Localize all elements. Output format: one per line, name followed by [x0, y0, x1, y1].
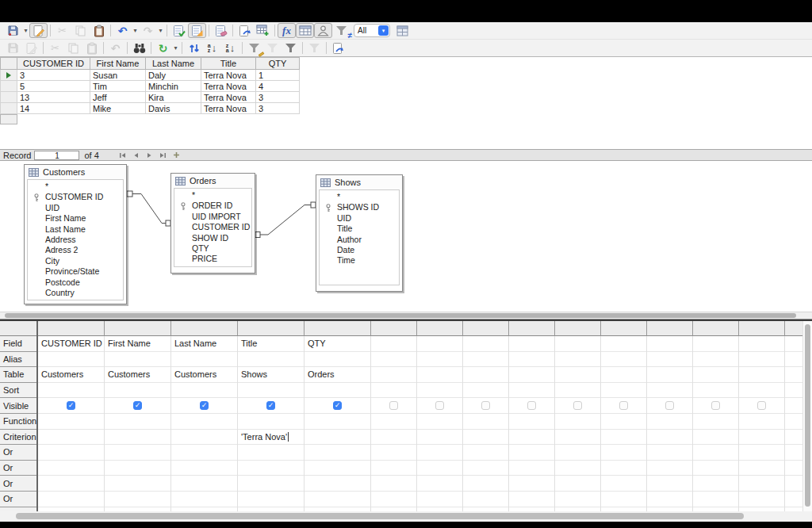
or-cell[interactable] [105, 492, 170, 507]
cell[interactable]: Susan [90, 70, 146, 81]
field-row-primary-key[interactable]: CUSTOMER ID [28, 192, 123, 202]
cell[interactable]: 13 [17, 92, 90, 103]
or-cell[interactable] [38, 461, 104, 476]
criterion-cell[interactable] [647, 430, 692, 446]
function-cell[interactable] [371, 414, 416, 430]
sort-cell[interactable] [463, 383, 508, 399]
table-card-header[interactable]: Customers [25, 165, 126, 179]
visible-cell[interactable] [785, 398, 802, 414]
criterion-cell[interactable] [105, 430, 170, 446]
limit-dropdown[interactable]: All ▾ [354, 24, 390, 37]
cell[interactable]: Kira [146, 92, 201, 103]
function-cell[interactable] [105, 414, 170, 430]
alias-cell[interactable] [463, 352, 508, 368]
cell[interactable]: 14 [17, 103, 90, 114]
or-cell[interactable] [38, 492, 104, 507]
field-row-primary-key[interactable]: SHOWS ID [320, 202, 399, 212]
or-cell[interactable] [509, 461, 554, 476]
table-cell[interactable] [555, 367, 600, 383]
cell[interactable]: 4 [256, 81, 300, 92]
row-header-current[interactable] [1, 70, 17, 81]
corner-cell[interactable] [1, 58, 17, 70]
sort-cell[interactable] [785, 383, 802, 399]
or-cell[interactable] [171, 476, 237, 492]
criterion-cell[interactable] [509, 430, 554, 446]
last-record-button[interactable] [158, 151, 168, 159]
alias-cell[interactable] [555, 352, 600, 368]
field-cell[interactable] [785, 336, 802, 352]
column-header[interactable] [647, 321, 693, 336]
criterion-cell[interactable] [171, 430, 237, 446]
field-cell[interactable] [693, 336, 738, 352]
table-cell[interactable]: Orders [304, 367, 370, 383]
or-cell[interactable] [601, 461, 646, 476]
alias-cell[interactable] [739, 352, 784, 368]
table-cell[interactable] [693, 367, 738, 383]
visible-checkbox[interactable]: ✓ [200, 401, 209, 410]
next-record-button[interactable] [144, 151, 155, 159]
or-cell[interactable] [509, 445, 554, 461]
field-cell[interactable] [463, 336, 508, 352]
or-cell[interactable] [601, 492, 646, 507]
or-cell[interactable] [371, 476, 416, 492]
or-cell[interactable] [693, 461, 738, 476]
or-cell[interactable] [105, 461, 170, 476]
field-row[interactable]: UID [320, 213, 399, 224]
or-cell[interactable] [601, 445, 646, 461]
visible-cell[interactable]: ✓ [171, 398, 237, 414]
field-row[interactable]: QTY [174, 243, 251, 254]
cell[interactable]: 1 [256, 70, 300, 81]
table-cell[interactable]: Customers [38, 367, 104, 383]
sql-view-button[interactable] [236, 23, 254, 38]
sort-cell[interactable] [238, 383, 304, 399]
table-row[interactable]: 14 Mike Davis Terra Nova 3 [1, 103, 300, 114]
table-cell[interactable]: Customers [171, 367, 237, 383]
row-header[interactable] [1, 81, 17, 92]
or-cell[interactable] [105, 476, 170, 492]
alias-cell[interactable] [693, 352, 738, 368]
field-row[interactable]: * [28, 182, 123, 192]
or-cell[interactable] [555, 445, 600, 461]
or-cell[interactable] [171, 492, 237, 507]
scrollbar-thumb[interactable] [805, 324, 810, 507]
refresh-button[interactable]: ↻ [154, 40, 172, 55]
visible-cell[interactable] [463, 398, 508, 414]
field-row[interactable]: * [320, 192, 399, 202]
or-cell[interactable] [555, 476, 600, 492]
alias-cell[interactable] [417, 352, 462, 368]
paste-button[interactable] [90, 23, 108, 38]
field-row[interactable]: First Name [28, 213, 123, 224]
undo-button[interactable]: ↶ [113, 23, 132, 38]
add-table-button[interactable] [254, 23, 272, 38]
sort-cell[interactable] [171, 383, 237, 399]
criterion-cell[interactable] [304, 430, 370, 446]
cell[interactable]: 3 [256, 92, 300, 103]
alias-cell[interactable] [371, 352, 416, 368]
column-header[interactable] [463, 321, 509, 336]
alias-button[interactable] [314, 23, 332, 38]
table-card-header[interactable]: Shows [316, 175, 402, 189]
field-row[interactable]: Time [320, 255, 399, 266]
column-header[interactable] [693, 321, 739, 336]
table-card-orders[interactable]: Orders * ORDER ID UID IMPORT CUSTOMER ID… [170, 173, 255, 274]
cell[interactable]: Terra Nova [201, 70, 256, 81]
table-cell[interactable] [417, 367, 462, 383]
or-cell[interactable] [238, 476, 304, 492]
visible-cell[interactable] [509, 398, 554, 414]
or-cell[interactable] [463, 445, 508, 461]
or-cell[interactable] [417, 492, 462, 507]
field-cell[interactable]: CUSTOMER ID [38, 336, 104, 352]
or-cell[interactable] [739, 461, 784, 476]
field-row[interactable]: Last Name [28, 224, 123, 235]
or-cell[interactable] [739, 492, 784, 507]
column-header[interactable] [304, 321, 371, 336]
sort-cell[interactable] [417, 383, 462, 399]
sort-cell[interactable] [739, 383, 784, 399]
visible-cell[interactable] [417, 398, 462, 414]
alias-cell[interactable] [238, 352, 304, 368]
or-cell[interactable] [785, 476, 802, 492]
column-header[interactable] [171, 321, 238, 336]
visible-cell[interactable] [647, 398, 692, 414]
alias-cell[interactable] [785, 352, 802, 368]
standard-filter-button[interactable] [282, 40, 300, 55]
